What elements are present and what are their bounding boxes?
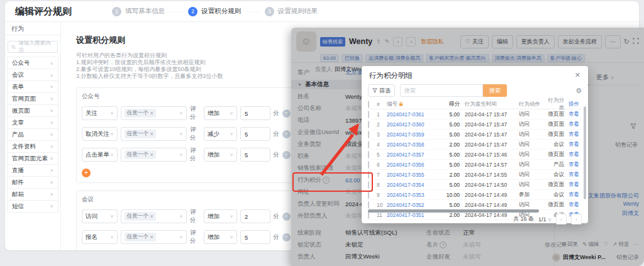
- gear-icon[interactable]: ⚙: [575, 87, 582, 95]
- sidebar-item-会议[interactable]: 会议∨: [8, 69, 58, 81]
- cell-record-id-link[interactable]: 20240417-0352: [387, 202, 440, 208]
- vertical-scrollbar[interactable]: [584, 106, 586, 199]
- remove-rule-button[interactable]: −: [282, 233, 291, 241]
- cell-record-id-link[interactable]: 20240417-0351: [387, 212, 440, 218]
- action-select[interactable]: 访问∨: [82, 209, 118, 223]
- view-link[interactable]: 查看: [564, 141, 579, 148]
- operation-select[interactable]: 减少∨: [204, 127, 237, 141]
- sidebar-item-文章[interactable]: 文章∨: [8, 117, 58, 129]
- row-checkbox[interactable]: [368, 171, 369, 179]
- sidebar-search-input[interactable]: 请输入搜索内容: [8, 41, 58, 53]
- sidebar-item-短信[interactable]: 短信∨: [8, 201, 58, 213]
- remove-tag-icon[interactable]: ×: [150, 213, 153, 219]
- action-select-value: 取消关注: [86, 130, 109, 138]
- filter-button[interactable]: 筛选: [368, 84, 395, 97]
- chevron-down-icon: ∨: [50, 108, 53, 113]
- row-checkbox[interactable]: [368, 181, 369, 189]
- row-checkbox[interactable]: [368, 131, 369, 138]
- target-multiselect[interactable]: 任意一个×∨: [121, 148, 187, 162]
- cell-record-id-link[interactable]: 20240417-0359: [387, 131, 440, 138]
- cell-record-id-link[interactable]: 20240417-0361: [387, 111, 440, 118]
- view-link[interactable]: 查看: [564, 171, 579, 179]
- cell-record-id-link[interactable]: 20240417-0357: [387, 152, 440, 158]
- sidebar-item-直播[interactable]: 直播∨: [8, 165, 58, 177]
- score-value-input[interactable]: 5: [240, 127, 270, 141]
- row-checkbox[interactable]: [368, 191, 369, 199]
- cell-score: 2.00: [440, 141, 465, 148]
- cell-record-id-link[interactable]: 20240417-0353: [387, 192, 440, 198]
- target-multiselect[interactable]: 任意一个×∨: [121, 106, 187, 120]
- operation-select[interactable]: 增加∨: [204, 106, 237, 120]
- sidebar-item-邮件[interactable]: 邮件∨: [8, 177, 58, 189]
- cell-record-id-link[interactable]: 20240417-0354: [387, 182, 440, 188]
- sidebar-item-官网页面[interactable]: 官网页面∨: [8, 93, 58, 105]
- view-link[interactable]: 查看: [564, 151, 579, 158]
- header-checkbox-cell: [368, 101, 377, 108]
- close-icon[interactable]: ✕: [575, 71, 580, 79]
- score-value-input[interactable]: 5: [240, 106, 270, 120]
- table-row: 520240417-03575.002024-04-17 15:46访问微页面查…: [368, 150, 582, 160]
- table-row: 220240417-03605.002024-04-17 15:47访问微页面查…: [368, 119, 582, 130]
- add-rule-button[interactable]: +: [82, 169, 91, 177]
- row-checkbox[interactable]: [368, 141, 369, 148]
- modal-search-button[interactable]: 搜索: [483, 84, 507, 97]
- cell-action: 访问: [519, 201, 544, 209]
- sidebar-item-label: 表单: [12, 83, 24, 91]
- cell-record-id-link[interactable]: 20240417-0358: [387, 141, 440, 148]
- action-select[interactable]: 取消关注∨: [82, 127, 118, 141]
- row-checkbox[interactable]: [368, 111, 369, 118]
- target-multiselect[interactable]: 任意一个×∨: [121, 230, 187, 244]
- score-value-input[interactable]: 2: [240, 209, 270, 223]
- prev-page-button[interactable]: ‹: [556, 214, 567, 224]
- remove-tag-icon[interactable]: ×: [150, 131, 153, 137]
- score-value-input[interactable]: 5: [240, 230, 270, 244]
- row-checkbox[interactable]: [368, 201, 369, 209]
- target-tag: 任意一个×: [125, 150, 156, 159]
- row-checkbox[interactable]: [368, 121, 369, 128]
- action-select[interactable]: 点击菜单∨: [82, 148, 118, 162]
- view-link[interactable]: 查看: [564, 121, 579, 128]
- remove-tag-icon[interactable]: ×: [150, 110, 153, 116]
- sidebar-item-表单[interactable]: 表单∨: [8, 81, 58, 93]
- target-multiselect[interactable]: 任意一个×∨: [121, 127, 187, 141]
- sidebar-item-公众号[interactable]: 公众号∨: [8, 57, 58, 69]
- view-link[interactable]: 查看: [564, 131, 579, 138]
- sidebar-item-微页面[interactable]: 微页面∨: [8, 105, 58, 117]
- view-link[interactable]: 查看: [564, 161, 579, 169]
- remove-rule-button[interactable]: −: [282, 130, 291, 138]
- row-checkbox[interactable]: [368, 151, 369, 158]
- sidebar-item-官网页面元素[interactable]: 官网页面元素∨: [8, 153, 58, 165]
- view-link[interactable]: 查看: [564, 111, 579, 118]
- remove-rule-button[interactable]: −: [282, 109, 291, 118]
- cell-record-id-link[interactable]: 20240417-0356: [387, 162, 440, 168]
- step-1[interactable]: 1填写基本信息: [112, 7, 165, 16]
- action-select[interactable]: 报名∨: [82, 230, 118, 244]
- select-all-checkbox[interactable]: [368, 101, 369, 108]
- target-multiselect[interactable]: 任意一个×∨: [121, 209, 187, 223]
- operation-select[interactable]: 增加∨: [204, 148, 237, 162]
- cell-record-id-link[interactable]: 20240417-0355: [387, 172, 440, 178]
- operation-select[interactable]: 增加∨: [204, 209, 237, 223]
- modal-search-input[interactable]: 搜索: [400, 84, 483, 97]
- view-link[interactable]: 查看: [564, 201, 579, 209]
- operation-select[interactable]: 增加∨: [204, 230, 237, 244]
- row-checkbox[interactable]: [368, 161, 369, 169]
- sidebar-item-邮箱[interactable]: 邮箱∨: [8, 189, 58, 201]
- view-link[interactable]: 查看: [564, 191, 579, 199]
- score-value-input[interactable]: 5: [240, 148, 270, 162]
- remove-tag-icon[interactable]: ×: [150, 152, 153, 158]
- sidebar-item-产品[interactable]: 产品∨: [8, 129, 58, 141]
- remove-tag-icon[interactable]: ×: [150, 234, 153, 240]
- next-page-button[interactable]: ›: [571, 214, 582, 224]
- column-header-行为动作: 行为动作: [519, 101, 544, 108]
- remove-rule-button[interactable]: −: [282, 151, 291, 159]
- cell-record-id-link[interactable]: 20240417-0360: [387, 121, 440, 128]
- view-link[interactable]: 查看: [564, 181, 579, 189]
- step-3[interactable]: 3设置规则结果: [265, 7, 318, 16]
- remove-rule-button[interactable]: −: [282, 213, 291, 221]
- sidebar-item-文件资料[interactable]: 文件资料∨: [8, 141, 58, 153]
- page-select[interactable]: 1/1 ∨: [538, 216, 552, 223]
- horizontal-scrollbar[interactable]: [368, 209, 539, 213]
- action-select[interactable]: 关注∨: [82, 106, 118, 120]
- step-2[interactable]: 2设置积分规则: [188, 7, 241, 16]
